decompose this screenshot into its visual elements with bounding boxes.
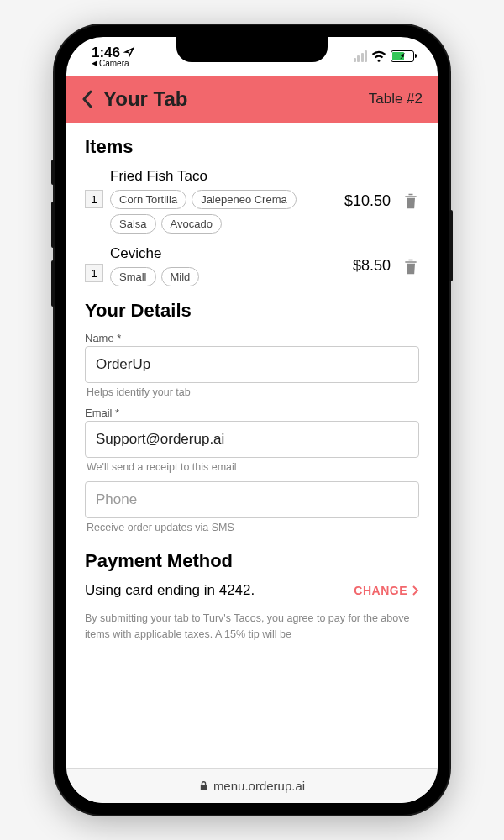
delete-item-button[interactable] — [402, 192, 419, 210]
app-header: Your Tab Table #2 — [66, 76, 438, 123]
item-modifier: Avocado — [161, 214, 222, 234]
payment-heading: Payment Method — [85, 550, 419, 572]
payment-card-text: Using card ending in 4242. — [85, 582, 255, 599]
item-modifier: Jalepeneo Crema — [192, 190, 297, 209]
name-input[interactable] — [85, 346, 419, 383]
delete-item-button[interactable] — [402, 257, 419, 276]
item-quantity[interactable]: 1 — [85, 264, 103, 282]
status-time: 1:46 — [92, 45, 120, 60]
phone-input[interactable] — [85, 481, 419, 518]
item-row: 1 Ceviche Small Mild $8.50 — [85, 245, 419, 286]
chevron-left-icon — [81, 90, 93, 108]
item-price: $10.50 — [344, 192, 391, 210]
item-name: Fried Fish Taco — [110, 168, 338, 185]
camera-back-link[interactable]: ◀ Camera — [92, 60, 135, 68]
email-helper: We'll send a receipt to this email — [87, 461, 417, 473]
item-name: Ceviche — [110, 245, 346, 262]
lock-icon — [199, 780, 208, 791]
wifi-icon — [371, 50, 386, 62]
location-arrow-icon — [123, 46, 135, 58]
back-button[interactable] — [81, 90, 93, 108]
trash-icon — [402, 257, 419, 276]
email-input[interactable] — [85, 421, 419, 458]
details-heading: Your Details — [85, 300, 419, 322]
email-label: Email * — [85, 407, 419, 419]
item-modifier: Corn Tortilla — [110, 190, 186, 209]
item-quantity[interactable]: 1 — [85, 190, 103, 208]
browser-url: menu.orderup.ai — [213, 779, 305, 793]
change-payment-button[interactable]: CHANGE — [354, 584, 419, 597]
legal-text: By submitting your tab to Turv's Tacos, … — [85, 611, 419, 643]
item-modifier: Small — [110, 267, 156, 286]
table-label: Table #2 — [369, 91, 423, 108]
name-helper: Helps identify your tab — [87, 386, 417, 398]
chevron-right-icon — [412, 585, 419, 596]
item-modifier: Salsa — [110, 214, 156, 234]
trash-icon — [402, 192, 419, 210]
name-label: Name * — [85, 332, 419, 344]
browser-url-bar[interactable]: menu.orderup.ai — [66, 768, 438, 803]
item-price: $8.50 — [353, 257, 391, 275]
page-title: Your Tab — [103, 87, 369, 111]
items-heading: Items — [85, 136, 419, 158]
cellular-signal-icon — [354, 50, 368, 62]
phone-helper: Receive order updates via SMS — [87, 522, 417, 533]
battery-icon: ⚡︎ — [391, 50, 414, 62]
item-row: 1 Fried Fish Taco Corn Tortilla Jalepene… — [85, 168, 419, 234]
item-modifier: Mild — [161, 267, 200, 286]
